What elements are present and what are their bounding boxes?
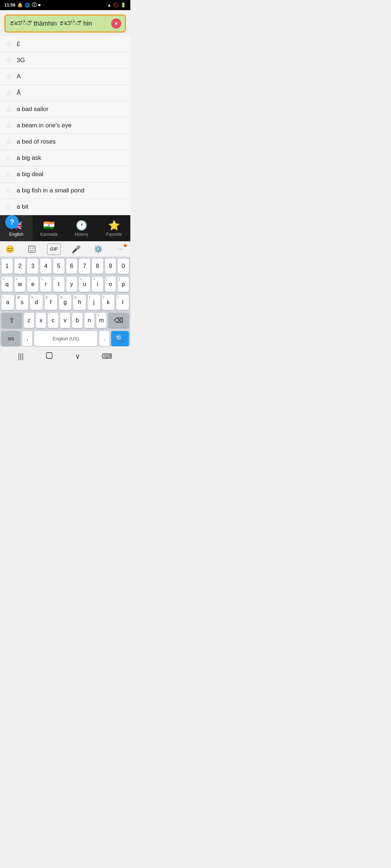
key-5[interactable]: 5 — [53, 259, 64, 274]
word-text: a big deal — [17, 171, 43, 178]
key-s[interactable]: @s — [16, 295, 29, 310]
list-item[interactable]: ☆a big ask — [0, 150, 130, 166]
tab-kannada[interactable]: 🇮🇳 Kannada — [33, 215, 65, 241]
list-item[interactable]: ☆a bad sailor — [0, 101, 130, 118]
key-i[interactable]: >i — [92, 277, 103, 292]
key-b[interactable]: .b — [72, 313, 82, 328]
search-bar[interactable]: ಥಾಮ್ಿನ್ thāmhin ಥಾಮ್ಿನ್ hin × — [4, 14, 126, 33]
svg-rect-0 — [29, 246, 35, 252]
keyboard-button[interactable]: ⌨ — [102, 352, 112, 361]
space-key[interactable]: English (US) — [34, 331, 97, 346]
list-item[interactable]: ☆a beam in one's eye — [0, 118, 130, 134]
home-button[interactable] — [45, 352, 53, 361]
list-item[interactable]: ☆a bed of roses — [0, 134, 130, 150]
key-z[interactable]: -z — [24, 313, 34, 328]
star-icon[interactable]: ☆ — [5, 40, 12, 48]
word-text: Å — [17, 89, 21, 97]
star-icon[interactable]: ☆ — [5, 154, 12, 162]
key-y[interactable]: _y — [66, 277, 77, 292]
key-g[interactable]: %g — [59, 295, 72, 310]
key-e[interactable]: ÷e — [27, 277, 38, 292]
word-text: A — [17, 73, 21, 80]
key-k[interactable]: (k — [102, 295, 115, 310]
microphone-button[interactable]: 🎤 — [70, 243, 83, 255]
key-p[interactable]: ]p — [118, 277, 129, 292]
star-icon[interactable]: ☆ — [5, 186, 12, 195]
status-left: 11:56 🔔 🌐 ⓘ — [4, 2, 41, 8]
more-options-button[interactable]: ··· — [114, 243, 127, 255]
key-9[interactable]: 9 — [105, 259, 116, 274]
key-w[interactable]: ×w — [14, 277, 26, 292]
back-button[interactable]: ||| — [18, 352, 24, 361]
key-6[interactable]: 6 — [66, 259, 77, 274]
word-list: ☆£☆3G☆A☆Å☆a bad sailor☆a beam in one's e… — [0, 36, 130, 215]
word-text: £ — [17, 41, 20, 48]
key-a[interactable]: !a — [1, 295, 14, 310]
key-j[interactable]: *j — [88, 295, 100, 310]
backspace-key[interactable]: ⌫ — [108, 313, 129, 328]
key-v[interactable]: :v — [60, 313, 70, 328]
key-4[interactable]: 4 — [40, 259, 51, 274]
key-c[interactable]: "c — [48, 313, 58, 328]
globe-icon: 🌐 — [25, 3, 30, 8]
key-3[interactable]: 3 — [27, 259, 38, 274]
search-clear-button[interactable]: × — [111, 18, 121, 29]
star-icon[interactable]: ☆ — [5, 137, 12, 146]
key-o[interactable]: [o — [105, 277, 116, 292]
symbol-key[interactable]: !#1 — [1, 331, 20, 346]
list-item[interactable]: ☆£ — [0, 36, 130, 52]
list-item[interactable]: ☆A — [0, 69, 130, 85]
dot-indicator — [38, 4, 41, 6]
star-icon[interactable]: ☆ — [5, 121, 12, 130]
period-key[interactable]: . — [99, 331, 109, 346]
star-icon[interactable]: ☆ — [5, 170, 12, 179]
info-icon: ⓘ — [32, 2, 37, 8]
search-input[interactable]: ಥಾಮ್ಿನ್ thāmhin ಥಾಮ್ಿನ್ hin — [9, 20, 111, 27]
list-item[interactable]: ☆a big deal — [0, 166, 130, 183]
tab-history[interactable]: 🕐 History — [65, 215, 98, 241]
key-t[interactable]: /t — [53, 277, 64, 292]
star-icon[interactable]: ☆ — [5, 72, 12, 81]
key-l[interactable]: )l — [116, 295, 129, 310]
key-d[interactable]: #d — [30, 295, 43, 310]
recents-button[interactable]: ∨ — [75, 352, 80, 361]
key-1[interactable]: 1 — [1, 259, 13, 274]
comma-key[interactable]: , — [22, 331, 32, 346]
kannada-flag-icon: 🇮🇳 — [43, 220, 55, 231]
key-7[interactable]: 7 — [79, 259, 90, 274]
word-text: a bit — [17, 203, 28, 210]
key-u[interactable]: <u — [79, 277, 90, 292]
key-2[interactable]: 2 — [14, 259, 26, 274]
list-item[interactable]: ☆3G — [0, 52, 130, 69]
key-n[interactable]: ,n — [84, 313, 94, 328]
bottom-tabs: 🇬🇧 English 🇮🇳 Kannada 🕐 History ⭐ Favori… — [0, 215, 130, 241]
shift-key[interactable]: ⇧ — [1, 313, 22, 328]
star-icon[interactable]: ☆ — [5, 105, 12, 114]
gif-button[interactable]: GIF — [47, 243, 61, 255]
key-m[interactable]: ?m — [96, 313, 106, 328]
word-text: a big ask — [17, 154, 41, 162]
key-0[interactable]: 0 — [118, 259, 129, 274]
star-icon[interactable]: ☆ — [5, 56, 12, 65]
key-x[interactable]: 'x — [36, 313, 46, 328]
emoji-button[interactable]: 😊 — [3, 243, 17, 255]
sticker-button[interactable] — [25, 243, 39, 255]
system-nav-bar: ||| ∨ ⌨ — [0, 348, 130, 365]
svg-rect-3 — [46, 353, 52, 358]
star-icon[interactable]: ☆ — [5, 203, 12, 211]
key-f[interactable]: $f — [45, 295, 57, 310]
word-text: a bad sailor — [17, 106, 49, 113]
key-h[interactable]: &h — [73, 295, 86, 310]
tab-favorite[interactable]: ⭐ Favorite — [98, 215, 130, 241]
tab-favorite-label: Favorite — [106, 232, 122, 237]
key-r[interactable]: =r — [40, 277, 51, 292]
list-item[interactable]: ☆a bit — [0, 199, 130, 215]
star-icon[interactable]: ☆ — [5, 89, 12, 97]
key-8[interactable]: 8 — [92, 259, 103, 274]
list-item[interactable]: ☆Å — [0, 85, 130, 101]
search-key[interactable]: 🔍 — [111, 331, 129, 346]
settings-button[interactable]: ⚙️ — [92, 243, 105, 255]
key-q[interactable]: +q — [1, 277, 13, 292]
help-bubble[interactable]: ? — [5, 215, 19, 229]
list-item[interactable]: ☆a big fish in a small pond — [0, 183, 130, 199]
